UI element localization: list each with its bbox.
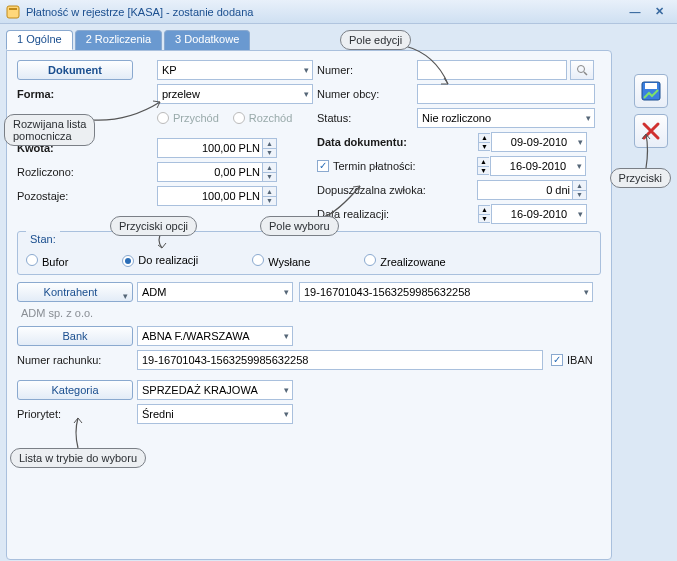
save-button[interactable] [634, 74, 668, 108]
tab-ogolne[interactable]: 1 Ogólne [6, 30, 73, 50]
svg-rect-0 [7, 6, 19, 18]
forma-label: Forma: [17, 88, 54, 100]
callout-rozwijana: Rozwijana lista pomocnicza [4, 114, 95, 146]
bank-button[interactable]: Bank [17, 326, 133, 346]
tab-dodatkowe[interactable]: 3 Dodatkowe [164, 30, 250, 50]
zwloka-label: Dopuszczalna zwłoka: [317, 184, 426, 196]
status-label: Status: [317, 112, 351, 124]
bank-combo[interactable]: ABNA F./WARSZAWA▾ [137, 326, 293, 346]
wyslane-radio[interactable] [252, 254, 264, 266]
search-icon [576, 64, 588, 76]
zrealizowane-radio[interactable] [364, 254, 376, 266]
callout-pole-edycji: Pole edycji [340, 30, 411, 50]
pozostaje-label: Pozostaje: [17, 190, 68, 202]
numer-label: Numer: [317, 64, 353, 76]
svg-line-3 [584, 72, 587, 75]
chevron-down-icon: ▾ [304, 89, 309, 99]
iban-label: IBAN [567, 354, 593, 366]
forma-combo[interactable]: przelew▾ [157, 84, 313, 104]
minimize-button[interactable]: — [623, 3, 647, 21]
callout-przyciski: Przyciski [610, 168, 671, 188]
priorytet-label: Priorytet: [17, 408, 61, 420]
kategoria-button[interactable]: Kategoria [17, 380, 133, 400]
numer-obcy-input[interactable] [417, 84, 595, 104]
status-combo[interactable]: Nie rozliczono▾ [417, 108, 595, 128]
iban-check[interactable] [551, 354, 563, 366]
callout-przyciski-opcji: Przyciski opcji [110, 216, 197, 236]
tab-rozliczenia[interactable]: 2 Rozliczenia [75, 30, 162, 50]
kontrahent-combo[interactable]: ADM▾ [137, 282, 293, 302]
rachunek-input[interactable]: 19-16701043-1563259985632258 [137, 350, 543, 370]
svg-rect-5 [645, 83, 657, 89]
kwota-input[interactable]: 100,00 PLN▲▼ [157, 138, 277, 158]
data-dok-label: Data dokumentu: [317, 136, 407, 148]
priorytet-combo[interactable]: Średni▾ [137, 404, 293, 424]
data-dok-input[interactable]: ▲▼09-09-2010▾ [491, 132, 587, 152]
chevron-down-icon: ▾ [123, 287, 128, 305]
stan-label: Stan: [26, 231, 60, 247]
rozliczono-label: Rozliczono: [17, 166, 74, 178]
rachunek-label: Numer rachunku: [17, 354, 101, 366]
zwloka-input[interactable]: 0 dni▲▼ [477, 180, 587, 200]
lookup-button[interactable] [570, 60, 594, 80]
chevron-down-icon: ▾ [304, 65, 309, 75]
rozchod-label: Rozchód [249, 112, 292, 124]
callout-pole-wyboru: Pole wyboru [260, 216, 339, 236]
dokument-combo[interactable]: KP▾ [157, 60, 313, 80]
konto-combo[interactable]: 19-16701043-1563259985632258▾ [299, 282, 593, 302]
spin-down-icon[interactable]: ▼ [262, 149, 276, 158]
pozostaje-input[interactable]: 100,00 PLN▲▼ [157, 186, 277, 206]
przychod-radio [157, 112, 169, 124]
dokument-button[interactable]: Dokument [17, 60, 133, 80]
termin-label: Termin płatności: [333, 160, 416, 172]
termin-check[interactable] [317, 160, 329, 172]
app-icon [6, 5, 20, 19]
numer-obcy-label: Numer obcy: [317, 88, 379, 100]
svg-rect-1 [9, 8, 17, 10]
realizacja-input[interactable]: ▲▼16-09-2010▾ [491, 204, 587, 224]
numer-input[interactable] [417, 60, 567, 80]
dorealizacji-radio[interactable] [122, 255, 134, 267]
window-title: Płatność w rejestrze [KASA] - zostanie d… [26, 6, 623, 18]
callout-lista-trybie: Lista w trybie do wyboru [10, 448, 146, 468]
rozliczono-input[interactable]: 0,00 PLN▲▼ [157, 162, 277, 182]
kategoria-combo[interactable]: SPRZEDAŻ KRAJOWA▾ [137, 380, 293, 400]
kontrahent-full: ADM sp. z o.o. [21, 307, 601, 319]
bufor-radio[interactable] [26, 254, 38, 266]
svg-point-2 [578, 66, 585, 73]
close-x-icon [641, 121, 661, 141]
close-button[interactable]: ✕ [647, 3, 671, 21]
przychod-label: Przychód [173, 112, 219, 124]
save-disk-icon [640, 80, 662, 102]
cancel-button[interactable] [634, 114, 668, 148]
stan-group: Stan: Bufor Do realizacji Wysłane Zreali… [17, 231, 601, 275]
termin-input[interactable]: ▲▼16-09-2010▾ [490, 156, 586, 176]
kontrahent-button[interactable]: Kontrahent▾ [17, 282, 133, 302]
spin-up-icon[interactable]: ▲ [262, 139, 276, 149]
rozchod-radio [233, 112, 245, 124]
